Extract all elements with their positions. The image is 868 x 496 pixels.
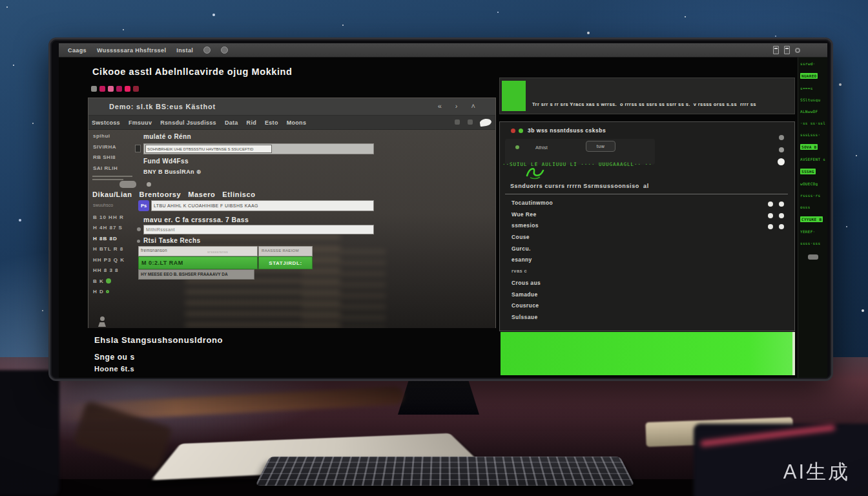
card-button[interactable]: tuw bbox=[586, 141, 615, 152]
sidebar-item[interactable]: RB SHI8 bbox=[93, 154, 118, 165]
step-dot[interactable] bbox=[779, 135, 784, 140]
phone-icon[interactable] bbox=[773, 46, 779, 54]
chat-bubble-icon[interactable] bbox=[479, 118, 491, 127]
mini-slider[interactable] bbox=[92, 176, 152, 182]
terminal-chip: CYYUKE B bbox=[800, 216, 823, 222]
sidebar-item-green[interactable]: H D bbox=[93, 287, 125, 298]
sidebar-item[interactable]: SAI RLIH bbox=[93, 165, 118, 176]
dot-pair[interactable] bbox=[762, 224, 784, 231]
desk-object bbox=[0, 370, 59, 496]
green-scribble-icon bbox=[524, 165, 546, 180]
search-icon[interactable] bbox=[455, 119, 460, 125]
step-dot-active[interactable] bbox=[778, 158, 785, 165]
list-item[interactable]: Samadue bbox=[512, 291, 789, 303]
section-header: Dikau/Lian Brentoorsy Masero Etlinisco bbox=[92, 191, 256, 198]
tab-1[interactable]: Swstcoss bbox=[92, 119, 120, 126]
tab-5[interactable]: Rid bbox=[247, 119, 256, 126]
terminal-text: ssss·sss bbox=[800, 241, 825, 245]
globe-icon[interactable] bbox=[203, 46, 211, 54]
sidebar-item[interactable]: H BTL R 8 bbox=[93, 244, 125, 255]
monitor-stand bbox=[398, 378, 479, 415]
red-dot-icon bbox=[511, 129, 515, 133]
terminal-text: SSltusqu bbox=[800, 98, 825, 102]
list-item[interactable]: Crous aus bbox=[512, 280, 789, 291]
toolbar-icon-1[interactable] bbox=[91, 86, 97, 92]
tab-3[interactable]: Rsnsdul Jsusdisss bbox=[160, 119, 216, 126]
step-dot[interactable] bbox=[779, 147, 784, 152]
sidebar-item[interactable]: SIVIRHA bbox=[93, 144, 118, 155]
sidebar-item[interactable]: HH 8 3 8 bbox=[93, 265, 125, 276]
list-item[interactable]: ssmesios bbox=[512, 222, 789, 234]
chevron-icons[interactable]: « › ˄ bbox=[438, 102, 481, 110]
user-icon[interactable] bbox=[98, 316, 107, 327]
menu-item-1[interactable]: Caags bbox=[68, 47, 87, 54]
gear-icon[interactable] bbox=[795, 48, 800, 53]
list-item[interactable]: rvas c bbox=[512, 268, 789, 280]
green-dot-icon bbox=[515, 145, 519, 149]
name-input[interactable] bbox=[145, 145, 272, 153]
list-item[interactable]: Wue Ree bbox=[512, 211, 789, 223]
sidebar-item-active[interactable]: H 8B 8D bbox=[93, 233, 125, 244]
terminal-text: ·ss ss·ssl bbox=[800, 121, 825, 125]
sidebar-item[interactable]: HH P3 Q K bbox=[93, 254, 125, 265]
toolbar-icon-3[interactable] bbox=[108, 86, 114, 92]
divider bbox=[505, 194, 788, 194]
card-row-label: Athist bbox=[535, 145, 548, 150]
list-item[interactable]: Cousruce bbox=[512, 302, 789, 314]
plus-icon[interactable]: ⊕ bbox=[196, 169, 202, 175]
progress-green-bar bbox=[501, 332, 795, 375]
dot-pair[interactable] bbox=[762, 213, 784, 220]
toolbar-icon-4[interactable] bbox=[116, 86, 122, 92]
list-item[interactable]: Tocautinwmoo bbox=[512, 200, 789, 211]
option-list: Tocautinwmoo Wue Ree ssmesios Couse Gurc… bbox=[512, 200, 789, 326]
sidebar-item-green[interactable]: B K bbox=[93, 276, 125, 287]
list-item[interactable]: Gurcu. bbox=[512, 245, 789, 257]
tab-2[interactable]: Fmsuuv bbox=[129, 119, 152, 126]
monitor: Caags Wusssssara Hhsftrssel Instal Cikoo… bbox=[48, 37, 833, 381]
scrollbar-thumb[interactable] bbox=[808, 254, 818, 260]
app-badge-icon: Ps bbox=[138, 200, 149, 211]
toolbar-icon-6[interactable] bbox=[133, 86, 139, 92]
toolbar bbox=[91, 86, 139, 92]
menu-item-2[interactable]: Wusssssara Hhsftrssel bbox=[97, 47, 166, 54]
display-icon[interactable] bbox=[784, 46, 790, 54]
menu-item-3[interactable]: Instal bbox=[176, 47, 193, 54]
slider-pill[interactable] bbox=[119, 181, 136, 188]
path-input[interactable] bbox=[151, 200, 374, 211]
keyboard bbox=[255, 457, 635, 486]
tab-7[interactable]: Moons bbox=[287, 119, 307, 126]
terminal-text: ssrwd· bbox=[800, 61, 825, 66]
field-label-task: Rtsi Taske Rechs bbox=[143, 237, 200, 244]
terminal-text: sssLsss· bbox=[800, 132, 825, 137]
sidebar-item[interactable]: B 10 HH R bbox=[93, 212, 125, 223]
table-row-active[interactable]: M 0:2.LT RAM bbox=[138, 256, 258, 269]
list-item[interactable]: esanny bbox=[512, 256, 789, 268]
footer-line-1: Ehsla Stangsushsonusldrono bbox=[94, 335, 223, 345]
field-label-fund: Fund Wd4Fss bbox=[143, 158, 189, 165]
list-item[interactable]: Sulssaue bbox=[512, 314, 789, 326]
table-row[interactable]: HY MEESE EEO B. BSHSER FRAAAAVY DA bbox=[138, 269, 254, 280]
sidebar-group-label: swuuhsco bbox=[93, 203, 113, 207]
screen: Caags Wusssssara Hhsftrssel Instal Cikoo… bbox=[59, 43, 827, 378]
green-ring-icon bbox=[106, 290, 109, 293]
terminal-text: ALNwwOF bbox=[800, 109, 825, 114]
reflection bbox=[302, 250, 386, 328]
terminal-text: YEREF· bbox=[800, 229, 825, 234]
footer-line-2: Snge ou s bbox=[94, 353, 135, 362]
mith-input[interactable] bbox=[143, 225, 374, 234]
filter-icon[interactable] bbox=[468, 119, 473, 125]
sidebar-item[interactable]: spihui bbox=[93, 133, 118, 144]
top-menu-bar: Caags Wusssssara Hhsftrssel Instal bbox=[59, 43, 827, 57]
right-panel: Trr srr s rr srs Yracs xas s wrrss. o rr… bbox=[499, 76, 796, 375]
toolbar-icon-2[interactable] bbox=[99, 86, 105, 92]
slider-knob[interactable] bbox=[147, 182, 151, 187]
terminal-text: s===s bbox=[800, 86, 825, 90]
sidebar-item[interactable]: H 4H 87 S bbox=[93, 223, 125, 234]
tab-4[interactable]: Data bbox=[225, 119, 238, 126]
list-item[interactable]: Couse bbox=[512, 234, 789, 245]
terminal-chip: SOVA B bbox=[800, 144, 818, 150]
tab-6[interactable]: Esto bbox=[265, 119, 278, 126]
settings-badge-icon[interactable] bbox=[221, 46, 228, 54]
dot-pair[interactable] bbox=[762, 202, 784, 208]
toolbar-icon-5[interactable] bbox=[125, 86, 130, 92]
